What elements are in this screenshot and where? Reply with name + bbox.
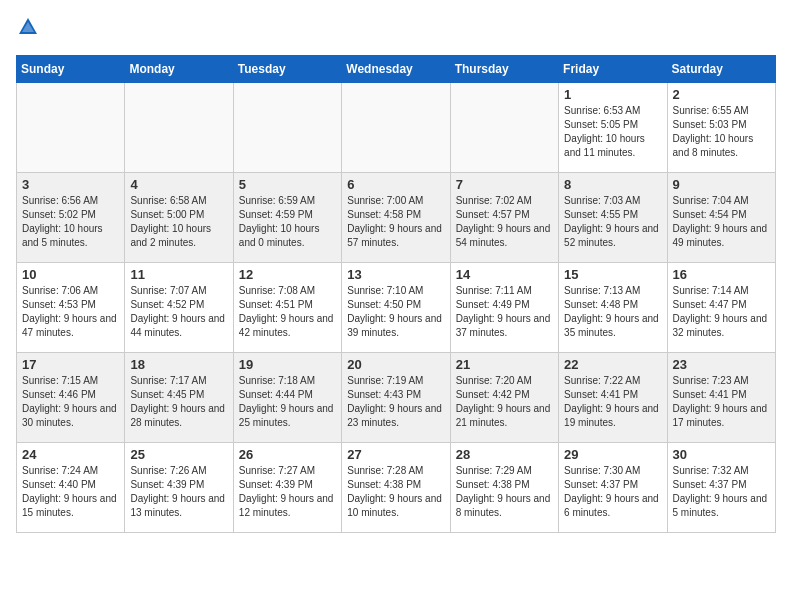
day-info: Sunrise: 6:55 AM Sunset: 5:03 PM Dayligh… <box>673 104 770 160</box>
day-cell: 5Sunrise: 6:59 AM Sunset: 4:59 PM Daylig… <box>233 172 341 262</box>
day-cell: 3Sunrise: 6:56 AM Sunset: 5:02 PM Daylig… <box>17 172 125 262</box>
day-number: 17 <box>22 357 119 372</box>
day-number: 4 <box>130 177 227 192</box>
day-cell: 2Sunrise: 6:55 AM Sunset: 5:03 PM Daylig… <box>667 82 775 172</box>
day-info: Sunrise: 7:32 AM Sunset: 4:37 PM Dayligh… <box>673 464 770 520</box>
day-cell <box>17 82 125 172</box>
day-cell: 12Sunrise: 7:08 AM Sunset: 4:51 PM Dayli… <box>233 262 341 352</box>
day-info: Sunrise: 7:30 AM Sunset: 4:37 PM Dayligh… <box>564 464 661 520</box>
day-number: 27 <box>347 447 444 462</box>
day-number: 16 <box>673 267 770 282</box>
day-number: 8 <box>564 177 661 192</box>
day-number: 18 <box>130 357 227 372</box>
day-info: Sunrise: 6:59 AM Sunset: 4:59 PM Dayligh… <box>239 194 336 250</box>
day-cell: 4Sunrise: 6:58 AM Sunset: 5:00 PM Daylig… <box>125 172 233 262</box>
week-row: 24Sunrise: 7:24 AM Sunset: 4:40 PM Dayli… <box>17 442 776 532</box>
day-info: Sunrise: 7:07 AM Sunset: 4:52 PM Dayligh… <box>130 284 227 340</box>
weekday-header: Tuesday <box>233 55 341 82</box>
weekday-header: Monday <box>125 55 233 82</box>
day-cell <box>125 82 233 172</box>
day-number: 6 <box>347 177 444 192</box>
day-cell: 29Sunrise: 7:30 AM Sunset: 4:37 PM Dayli… <box>559 442 667 532</box>
day-number: 2 <box>673 87 770 102</box>
day-info: Sunrise: 7:19 AM Sunset: 4:43 PM Dayligh… <box>347 374 444 430</box>
day-number: 10 <box>22 267 119 282</box>
day-info: Sunrise: 7:03 AM Sunset: 4:55 PM Dayligh… <box>564 194 661 250</box>
day-cell <box>450 82 558 172</box>
day-info: Sunrise: 7:06 AM Sunset: 4:53 PM Dayligh… <box>22 284 119 340</box>
day-info: Sunrise: 7:24 AM Sunset: 4:40 PM Dayligh… <box>22 464 119 520</box>
week-row: 17Sunrise: 7:15 AM Sunset: 4:46 PM Dayli… <box>17 352 776 442</box>
day-cell: 10Sunrise: 7:06 AM Sunset: 4:53 PM Dayli… <box>17 262 125 352</box>
day-number: 3 <box>22 177 119 192</box>
day-info: Sunrise: 7:29 AM Sunset: 4:38 PM Dayligh… <box>456 464 553 520</box>
day-cell: 22Sunrise: 7:22 AM Sunset: 4:41 PM Dayli… <box>559 352 667 442</box>
day-info: Sunrise: 7:11 AM Sunset: 4:49 PM Dayligh… <box>456 284 553 340</box>
day-number: 9 <box>673 177 770 192</box>
week-row: 3Sunrise: 6:56 AM Sunset: 5:02 PM Daylig… <box>17 172 776 262</box>
day-info: Sunrise: 7:20 AM Sunset: 4:42 PM Dayligh… <box>456 374 553 430</box>
day-number: 24 <box>22 447 119 462</box>
day-number: 28 <box>456 447 553 462</box>
day-number: 13 <box>347 267 444 282</box>
weekday-header: Wednesday <box>342 55 450 82</box>
day-cell: 28Sunrise: 7:29 AM Sunset: 4:38 PM Dayli… <box>450 442 558 532</box>
day-cell: 7Sunrise: 7:02 AM Sunset: 4:57 PM Daylig… <box>450 172 558 262</box>
day-info: Sunrise: 7:00 AM Sunset: 4:58 PM Dayligh… <box>347 194 444 250</box>
day-number: 25 <box>130 447 227 462</box>
day-number: 12 <box>239 267 336 282</box>
day-number: 21 <box>456 357 553 372</box>
day-info: Sunrise: 7:26 AM Sunset: 4:39 PM Dayligh… <box>130 464 227 520</box>
day-cell: 1Sunrise: 6:53 AM Sunset: 5:05 PM Daylig… <box>559 82 667 172</box>
day-cell <box>233 82 341 172</box>
day-info: Sunrise: 7:10 AM Sunset: 4:50 PM Dayligh… <box>347 284 444 340</box>
day-info: Sunrise: 7:15 AM Sunset: 4:46 PM Dayligh… <box>22 374 119 430</box>
day-info: Sunrise: 7:08 AM Sunset: 4:51 PM Dayligh… <box>239 284 336 340</box>
header <box>16 16 776 43</box>
day-number: 1 <box>564 87 661 102</box>
day-number: 26 <box>239 447 336 462</box>
day-cell: 21Sunrise: 7:20 AM Sunset: 4:42 PM Dayli… <box>450 352 558 442</box>
day-cell: 13Sunrise: 7:10 AM Sunset: 4:50 PM Dayli… <box>342 262 450 352</box>
day-cell: 18Sunrise: 7:17 AM Sunset: 4:45 PM Dayli… <box>125 352 233 442</box>
day-number: 7 <box>456 177 553 192</box>
weekday-header: Friday <box>559 55 667 82</box>
day-cell: 16Sunrise: 7:14 AM Sunset: 4:47 PM Dayli… <box>667 262 775 352</box>
day-info: Sunrise: 7:04 AM Sunset: 4:54 PM Dayligh… <box>673 194 770 250</box>
day-cell: 6Sunrise: 7:00 AM Sunset: 4:58 PM Daylig… <box>342 172 450 262</box>
day-cell: 15Sunrise: 7:13 AM Sunset: 4:48 PM Dayli… <box>559 262 667 352</box>
day-info: Sunrise: 7:02 AM Sunset: 4:57 PM Dayligh… <box>456 194 553 250</box>
day-info: Sunrise: 7:14 AM Sunset: 4:47 PM Dayligh… <box>673 284 770 340</box>
day-info: Sunrise: 7:13 AM Sunset: 4:48 PM Dayligh… <box>564 284 661 340</box>
logo <box>16 16 40 43</box>
logo-icon <box>17 16 39 38</box>
day-cell: 8Sunrise: 7:03 AM Sunset: 4:55 PM Daylig… <box>559 172 667 262</box>
day-number: 30 <box>673 447 770 462</box>
day-number: 22 <box>564 357 661 372</box>
weekday-header-row: SundayMondayTuesdayWednesdayThursdayFrid… <box>17 55 776 82</box>
day-cell: 27Sunrise: 7:28 AM Sunset: 4:38 PM Dayli… <box>342 442 450 532</box>
day-info: Sunrise: 6:53 AM Sunset: 5:05 PM Dayligh… <box>564 104 661 160</box>
day-number: 23 <box>673 357 770 372</box>
weekday-header: Sunday <box>17 55 125 82</box>
day-cell: 14Sunrise: 7:11 AM Sunset: 4:49 PM Dayli… <box>450 262 558 352</box>
day-cell: 26Sunrise: 7:27 AM Sunset: 4:39 PM Dayli… <box>233 442 341 532</box>
week-row: 10Sunrise: 7:06 AM Sunset: 4:53 PM Dayli… <box>17 262 776 352</box>
weekday-header: Thursday <box>450 55 558 82</box>
day-info: Sunrise: 7:22 AM Sunset: 4:41 PM Dayligh… <box>564 374 661 430</box>
day-info: Sunrise: 6:58 AM Sunset: 5:00 PM Dayligh… <box>130 194 227 250</box>
day-info: Sunrise: 7:27 AM Sunset: 4:39 PM Dayligh… <box>239 464 336 520</box>
day-cell: 20Sunrise: 7:19 AM Sunset: 4:43 PM Dayli… <box>342 352 450 442</box>
day-number: 20 <box>347 357 444 372</box>
day-number: 29 <box>564 447 661 462</box>
day-info: Sunrise: 7:23 AM Sunset: 4:41 PM Dayligh… <box>673 374 770 430</box>
day-cell: 9Sunrise: 7:04 AM Sunset: 4:54 PM Daylig… <box>667 172 775 262</box>
day-cell: 25Sunrise: 7:26 AM Sunset: 4:39 PM Dayli… <box>125 442 233 532</box>
day-cell: 24Sunrise: 7:24 AM Sunset: 4:40 PM Dayli… <box>17 442 125 532</box>
day-number: 11 <box>130 267 227 282</box>
day-info: Sunrise: 7:28 AM Sunset: 4:38 PM Dayligh… <box>347 464 444 520</box>
day-info: Sunrise: 6:56 AM Sunset: 5:02 PM Dayligh… <box>22 194 119 250</box>
calendar-table: SundayMondayTuesdayWednesdayThursdayFrid… <box>16 55 776 533</box>
day-cell <box>342 82 450 172</box>
week-row: 1Sunrise: 6:53 AM Sunset: 5:05 PM Daylig… <box>17 82 776 172</box>
